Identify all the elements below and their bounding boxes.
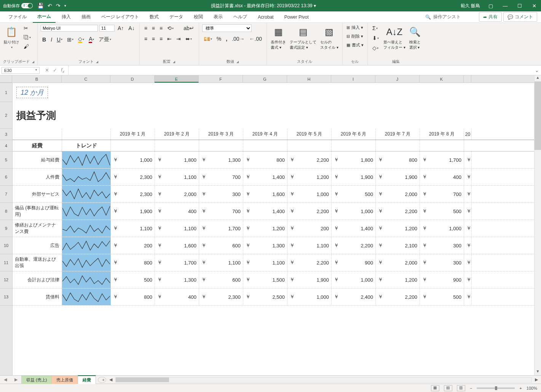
zoom-out-button[interactable]: −	[470, 386, 472, 390]
increase-indent-button[interactable]: ⇥	[175, 35, 182, 43]
value-cell[interactable]: ￥500	[111, 271, 155, 288]
value-cell[interactable]: ￥1,300	[243, 237, 287, 254]
accounting-format-button[interactable]: 💴▾	[202, 35, 214, 43]
row-header-6[interactable]: 6	[0, 169, 12, 186]
value-cell[interactable]: ￥800	[376, 151, 420, 168]
fill-button[interactable]: ⬇▾	[371, 34, 380, 42]
delete-cells-button[interactable]: ⊟削除 ▾	[346, 33, 364, 40]
value-cell[interactable]: ￥2,000	[155, 186, 199, 202]
value-cell[interactable]: ￥1,000	[420, 220, 464, 237]
tab-acrobat[interactable]: Acrobat	[253, 12, 278, 22]
value-cell[interactable]: ￥1,600	[155, 237, 199, 254]
value-cell[interactable]: ￥1,800	[155, 151, 199, 168]
italic-button[interactable]: I	[49, 36, 54, 43]
value-cell[interactable]: ￥200	[111, 237, 155, 254]
font-color-button[interactable]: A▾	[87, 35, 96, 44]
comma-button[interactable]: ,	[224, 35, 229, 43]
value-cell[interactable]: ￥800	[111, 288, 155, 305]
value-cell[interactable]: ￥2,200	[287, 151, 332, 168]
sparkline-cell[interactable]	[62, 169, 111, 185]
tab-review[interactable]: 校閲	[189, 11, 207, 22]
month-header[interactable]: 2019 年 3 月	[199, 129, 243, 140]
number-launcher-icon[interactable]: ◢	[236, 60, 239, 64]
month-header[interactable]: 2019 年 5 月	[287, 129, 332, 140]
autosum-button[interactable]: Σ▾	[371, 24, 380, 32]
decrease-decimal-button[interactable]: ←.00	[248, 35, 263, 43]
value-cell[interactable]: ￥800	[243, 151, 287, 168]
tab-help[interactable]: ヘルプ	[229, 11, 252, 22]
value-cell[interactable]: ￥700	[420, 186, 464, 202]
row-header-9[interactable]: 9	[0, 220, 12, 237]
cut-button[interactable]: ✂	[22, 24, 32, 32]
month-header[interactable]: 2019 年 6 月	[332, 129, 376, 140]
font-launcher-icon[interactable]: ◢	[96, 60, 98, 64]
align-right-button[interactable]: ≡	[158, 35, 164, 43]
bold-button[interactable]: B	[41, 36, 48, 43]
wrap-text-button[interactable]: ab↵	[182, 24, 196, 32]
value-cell[interactable]: ￥2,200	[287, 203, 332, 220]
align-launcher-icon[interactable]: ◢	[173, 60, 175, 64]
value-cell[interactable]: ￥2,200	[332, 237, 376, 254]
sheet-tab-expenses[interactable]: 経費	[78, 375, 96, 384]
tab-formulas[interactable]: 数式	[145, 11, 163, 22]
row-header-8[interactable]: 8	[0, 203, 12, 220]
chevron-down-icon[interactable]: ▾	[35, 68, 37, 73]
sheet-tab-cogs[interactable]: 売上原価	[51, 376, 78, 384]
value-cell[interactable]: ￥1,900	[287, 271, 332, 288]
sparkline-cell[interactable]	[62, 220, 111, 237]
month-header[interactable]: 2019 年 1 月	[111, 129, 155, 140]
phonetic-button[interactable]: ア亜▾	[97, 35, 113, 44]
value-cell[interactable]: ￥500	[332, 186, 376, 202]
zoom-in-button[interactable]: +	[519, 386, 522, 390]
align-middle-button[interactable]: ≡	[150, 24, 156, 32]
number-format-combo[interactable]: 標準	[202, 24, 252, 32]
row-label[interactable]: 修繕およびメンテナンス費	[13, 220, 62, 237]
value-cell[interactable]: ￥1,000	[287, 288, 332, 305]
share-button[interactable]: ➦共有	[479, 12, 502, 22]
scroll-right-icon[interactable]: ▶	[533, 377, 539, 382]
value-cell[interactable]: ￥2,200	[376, 288, 420, 305]
sparkline-cell[interactable]	[62, 237, 111, 254]
value-cell[interactable]: ￥400	[420, 169, 464, 185]
find-select-button[interactable]: 🔍検索と 選択 ▾	[409, 24, 421, 51]
confirm-formula-icon[interactable]: ✓	[53, 67, 57, 73]
increase-font-button[interactable]: A↑	[116, 24, 125, 32]
value-cell[interactable]: ￥1,400	[243, 203, 287, 220]
sparkline-cell[interactable]	[62, 271, 111, 288]
tab-powerpivot[interactable]: Power Pivot	[280, 12, 313, 22]
trend-label[interactable]: トレンド	[62, 140, 111, 151]
row-label[interactable]: 給与経費	[13, 151, 62, 168]
value-cell[interactable]: ￥500	[420, 288, 464, 305]
value-cell[interactable]: ￥1,700	[155, 254, 199, 271]
value-cell[interactable]: ￥1,100	[155, 169, 199, 185]
paste-button[interactable]: 📋貼り付け▾	[3, 24, 20, 50]
row-header-12[interactable]: 12	[0, 271, 12, 288]
clipboard-launcher-icon[interactable]: ◢	[32, 60, 34, 64]
comment-button[interactable]: 💬コメント	[503, 12, 537, 22]
insert-cells-button[interactable]: ⊞挿入 ▾	[346, 24, 364, 31]
format-as-table-button[interactable]: ▤テーブルとして 書式設定 ▾	[289, 24, 317, 51]
value-cell[interactable]: ￥200	[287, 220, 332, 237]
fill-color-button[interactable]: ◇▾	[77, 35, 86, 44]
close-icon[interactable]: ✕	[530, 3, 538, 9]
scroll-up-icon[interactable]: ▲	[535, 75, 541, 81]
col-header-J[interactable]: J	[375, 75, 420, 83]
value-cell[interactable]: ￥1,100	[287, 237, 332, 254]
value-cell[interactable]: ￥1,200	[287, 169, 332, 185]
merge-center-button[interactable]: ⬌▾	[184, 35, 193, 43]
col-header-B[interactable]: B	[12, 75, 62, 83]
col-header-C[interactable]: C	[62, 75, 110, 83]
row-header-13[interactable]: 13	[0, 288, 12, 306]
add-sheet-button[interactable]: +	[98, 377, 106, 383]
month-header[interactable]: 2019 年 8 月	[420, 129, 464, 140]
zoom-slider[interactable]	[477, 387, 515, 389]
value-cell[interactable]: ￥1,700	[199, 220, 243, 237]
row-label[interactable]: 自動車、運送および出張	[13, 254, 62, 271]
col-header-E[interactable]: E	[155, 75, 199, 83]
format-painter-button[interactable]: 🖌	[22, 43, 32, 50]
tell-me-search[interactable]: 🔍操作アシスト	[425, 14, 461, 20]
autosave-toggle[interactable]: 自動保存 オン	[3, 3, 33, 9]
tab-page-layout[interactable]: ページ レイアウト	[97, 11, 144, 22]
row-header-2[interactable]: 2	[0, 102, 12, 129]
expand-formula-bar-icon[interactable]: ⌄	[533, 68, 541, 73]
